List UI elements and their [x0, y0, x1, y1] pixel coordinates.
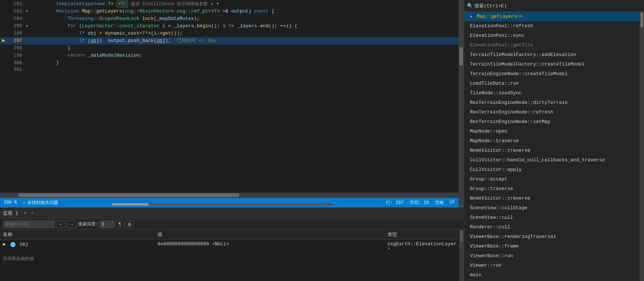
active-icon: ● [470, 14, 473, 19]
callstack-item-3[interactable]: ElevationPool::getTile [464, 41, 640, 50]
line-content-292: template<typename T> <T> 提供 IntelliSense… [32, 0, 459, 8]
callstack-scrollbar[interactable] [640, 12, 644, 281]
callstack-item-10[interactable]: RexTerrainEngineNode::refresh [464, 108, 640, 117]
callstack-item-18[interactable]: Group::traverse [464, 184, 640, 194]
encoding-info: LF [450, 200, 455, 206]
v-scrollbar-thumb[interactable] [459, 47, 463, 66]
watch-title: 监视 1 [3, 210, 18, 217]
callstack-item-2[interactable]: ElevationPool::sync [464, 31, 640, 41]
code-line-301: 301 [0, 67, 459, 74]
line-number-298: 298 [7, 45, 26, 51]
watch-scrollbar[interactable] [459, 230, 464, 281]
obj-icon [10, 242, 15, 247]
code-line-295: 295 ▼ for (LayerVector::const_iterator i… [0, 22, 459, 30]
callstack-item-15[interactable]: CullVisitor::handle_cull_callbacks_and_t… [464, 155, 640, 165]
callstack-item-21[interactable]: SceneView::cull [464, 213, 640, 222]
callstack-item-7[interactable]: LoadTileData::run [464, 79, 640, 88]
watch-panel: 监视 1 ⊕ × ← → 搜索深度: ¶ ⊞ 名称 [0, 207, 464, 281]
watch-close-btn[interactable]: × [31, 211, 34, 216]
callstack-header: 🔍 搜索(Ctrl+E) [464, 0, 644, 12]
line-content-294: Threading::ScopedReadLock lock(_mapDataM… [32, 15, 459, 22]
watch-search-input[interactable] [3, 221, 54, 228]
watch-var-name: obj [20, 242, 28, 247]
code-line-293: 293 ▼ Revision Map::getLayers(osg::Mixin… [0, 8, 459, 15]
callstack-item-4[interactable]: TerrainTileModelFactory::addElevation [464, 50, 640, 60]
callstack-list: ● Map::getLayers<> ElevationPool::refres… [464, 12, 640, 281]
status-ok: ✓ 未找到相关问题 [23, 200, 58, 206]
line-content-299: return _dataModelRevision; [32, 52, 459, 59]
callstack-panel: 🔍 搜索(Ctrl+E) ● Map::getLayers<> Elevatio… [464, 0, 644, 281]
line-number-297: 297 [7, 38, 26, 43]
callstack-item-27[interactable]: main [464, 270, 640, 280]
callstack-item-12[interactable]: MapNode::open [464, 127, 640, 136]
line-collapse-293[interactable]: ▼ [26, 9, 32, 14]
horizontal-scrollbar[interactable] [0, 193, 459, 198]
zoom-level[interactable]: 100 % [4, 200, 17, 205]
check-icon: ✓ [23, 200, 26, 206]
watch-table: 名称 值 类型 ▶ obj [0, 230, 459, 254]
line-content-300: } [32, 59, 459, 67]
callstack-item-6[interactable]: TerrainEngineNode::createTileModel [464, 69, 640, 79]
callstack-item-13[interactable]: MapNode::traverse [464, 136, 640, 146]
watch-forward-btn[interactable]: → [67, 221, 77, 228]
callstack-item-8[interactable]: TileNode::loadSync [464, 88, 640, 98]
code-editor: 292 template<typename T> <T> 提供 IntelliS… [0, 0, 459, 193]
callstack-item-17[interactable]: Group::accept [464, 175, 640, 184]
callstack-item-9[interactable]: RexTerrainEngineNode::dirtyTerrain [464, 98, 640, 108]
watch-cell-name[interactable]: ▶ obj [0, 240, 155, 254]
row-info: 行: 297 [386, 200, 404, 206]
vertical-scrollbar[interactable] [459, 0, 464, 207]
callstack-item-23[interactable]: ViewerBase::renderingTraversal [464, 232, 640, 242]
execution-arrow: ▶ [2, 37, 5, 43]
expand-arrow[interactable]: ▶ [3, 242, 6, 247]
callstack-item-5[interactable]: TerrainTileModelFactory::createTileModel [464, 60, 640, 69]
callstack-item-11[interactable]: RexTerrainEngineNode::setMap [464, 117, 640, 127]
h-scrollbar-thumb[interactable] [18, 193, 239, 197]
callstack-item-16[interactable]: CullVisitor::apply [464, 165, 640, 175]
line-collapse-295[interactable]: ▼ [26, 24, 32, 28]
watch-btn1[interactable]: ¶ [116, 221, 123, 228]
callstack-item-19[interactable]: NodeVisitor::traverse [464, 194, 640, 203]
line-content-296: T* obj = dynamic_cast<T*>(i->get()); [32, 30, 459, 37]
watch-back-btn[interactable]: ← [56, 221, 66, 228]
no-problems-text: 未找到相关问题 [27, 200, 58, 206]
watch-header: 监视 1 ⊕ × [0, 208, 464, 219]
callstack-item-24[interactable]: ViewerBase::frame [464, 242, 640, 251]
watch-add-item[interactable]: 添加要监视的项 [0, 254, 459, 263]
code-line-298: 298 } [0, 45, 459, 52]
watch-col-name-header: 名称 [0, 230, 155, 240]
callstack-item-22[interactable]: Renderer::cull [464, 222, 640, 232]
callstack-item-1[interactable]: ElevationPool::refresh [464, 21, 640, 31]
callstack-item-0[interactable]: ● Map::getLayers<> [464, 12, 640, 21]
watch-depth-label: 搜索深度: [78, 221, 98, 227]
watch-table-header: 名称 值 类型 [0, 230, 459, 240]
callstack-item-14[interactable]: NodeVisitor::traverse [464, 146, 640, 155]
line-number-296: 296 [7, 31, 26, 36]
code-line-292: 292 template<typename T> <T> 提供 IntelliS… [0, 0, 459, 8]
callstack-search-area: 🔍 搜索(Ctrl+E) [467, 3, 507, 9]
callstack-item-25[interactable]: ViewerBase::run [464, 251, 640, 261]
line-content-298: } [32, 45, 459, 52]
code-line-297: ▶ 297 if (obj) output.push_back(obj); 已用… [0, 37, 459, 45]
status-bar: 100 % ✓ 未找到相关问题 行: 297 字符: 20 [0, 198, 459, 207]
callstack-item-20[interactable]: SceneView::cullStage [464, 203, 640, 213]
code-line-300: 300 } [0, 59, 459, 67]
callstack-search-label: 搜索(Ctrl+E) [474, 3, 507, 9]
watch-pin[interactable]: ⊕ [24, 210, 27, 216]
watch-btn2[interactable]: ⊞ [125, 221, 134, 228]
line-number-293: 293 [7, 8, 26, 14]
line-number-300: 300 [7, 60, 26, 66]
watch-depth-input[interactable] [100, 221, 114, 228]
line-number-295: 295 [7, 23, 26, 29]
col-info: 字符: 20 [410, 200, 429, 206]
line-content-293: Revision Map::getLayers(osg::MixinVector… [32, 8, 459, 15]
status-right: 行: 297 字符: 20 空格 LF [386, 200, 455, 206]
watch-row-obj[interactable]: ▶ obj 0x0000000000000000 <NULL> osgEarth… [0, 240, 459, 254]
callstack-search-icon: 🔍 [467, 3, 473, 9]
code-line-296: 296 T* obj = dynamic_cast<T*>(i->get()); [0, 30, 459, 37]
callstack-item-label: Map::getLayers<> [477, 14, 523, 19]
callstack-item-26[interactable]: Viewer::run [464, 261, 640, 270]
watch-body-area: 名称 值 类型 ▶ obj [0, 230, 464, 281]
watch-toolbar: ← → 搜索深度: ¶ ⊞ [0, 219, 464, 230]
code-line-299: 299 return _dataModelRevision; [0, 52, 459, 59]
